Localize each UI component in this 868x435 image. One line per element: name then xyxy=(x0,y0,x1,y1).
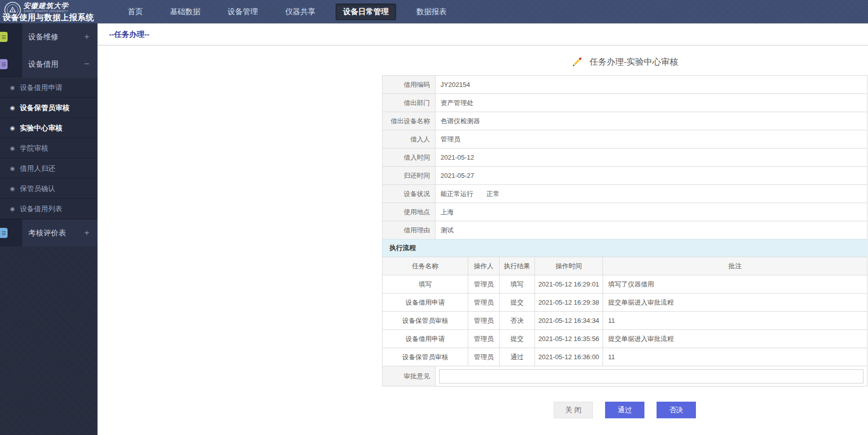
col-header-time: 操作时间 xyxy=(535,257,603,275)
sidebar-item-college-review[interactable]: ◉ 学院审核 xyxy=(0,138,97,159)
process-table-header-row: 任务名称 操作人 执行结果 操作时间 批注 xyxy=(383,257,867,275)
radio-bullet-icon: ◉ xyxy=(10,206,15,212)
table-row: 设备保管员审核 管理员 否决 2021-05-12 16:34:34 11 xyxy=(383,312,867,330)
sidebar-group-equipment-borrow[interactable]: ☰ 设备借用 − xyxy=(0,51,97,78)
field-value-return-date: 2021-05-27 xyxy=(436,167,867,185)
field-value-borrower: 管理员 xyxy=(436,130,867,149)
reject-button[interactable]: 否决 xyxy=(657,402,696,418)
close-button[interactable]: 关 闭 xyxy=(554,402,593,418)
plus-icon[interactable]: + xyxy=(84,23,89,51)
sidebar: ☰ 设备维修 + ☰ 设备借用 − ◉ 设备借用申请 ◉ 设备保管员审核 ◉ 实… xyxy=(0,23,97,435)
borrow-info-table: 借用编码JY202154 借出部门资产管理处 借出设备名称色谱仪检测器 借入人管… xyxy=(382,75,867,239)
sidebar-item-borrow-apply[interactable]: ◉ 设备借用申请 xyxy=(0,78,97,98)
table-row: 借出设备名称色谱仪检测器 xyxy=(383,112,867,130)
app-window: 安徽建筑大学 ANHUI JIANZHU UNIVERSITY 设备使用与数据上… xyxy=(0,0,868,435)
approval-opinion-label: 审批意见 xyxy=(383,366,436,386)
nav-item-data-reports[interactable]: 数据报表 xyxy=(409,4,454,20)
table-row: 设备借用申请 管理员 提交 2021-05-12 16:35:56 提交单据进入… xyxy=(383,330,867,348)
field-value-equipment-status: 能正常运行 正常 xyxy=(436,185,867,203)
field-value-borrow-code: JY202154 xyxy=(436,76,867,94)
approval-opinion-row: 审批意见 xyxy=(382,366,867,386)
radio-bullet-icon: ◉ xyxy=(10,186,15,191)
plus-icon[interactable]: + xyxy=(84,219,89,247)
radio-bullet-icon: ◉ xyxy=(10,105,15,111)
breadcrumb-bar: --任务办理-- xyxy=(98,24,868,45)
system-title: 设备使用与数据上报系统 xyxy=(3,13,94,23)
pencil-icon xyxy=(571,56,583,68)
main-content: --任务办理-- 任务办理-实验中心审核 借用编码JY202154 借出部门资产… xyxy=(97,23,868,435)
action-buttons: 关 闭 通过 否决 xyxy=(382,402,867,418)
task-form: 任务办理-实验中心审核 借用编码JY202154 借出部门资产管理处 借出设备名… xyxy=(382,56,867,418)
field-value-equipment-name: 色谱仪检测器 xyxy=(436,112,867,130)
table-row: 借入人管理员 xyxy=(383,130,867,149)
radio-bullet-icon: ◉ xyxy=(10,85,15,90)
sidebar-group-label: 考核评价表 xyxy=(28,219,66,247)
sidebar-item-lab-center-review[interactable]: ◉ 实验中心审核 xyxy=(0,118,97,138)
table-row: 设备保管员审核 管理员 通过 2021-05-12 16:36:00 11 xyxy=(383,348,867,366)
sidebar-group-assessment[interactable]: ☰ 考核评价表 + xyxy=(0,219,97,247)
radio-bullet-icon: ◉ xyxy=(10,125,15,131)
brand-logo: 安徽建筑大学 ANHUI JIANZHU UNIVERSITY 设备使用与数据上… xyxy=(0,0,97,23)
nav-item-instrument-sharing[interactable]: 仪器共享 xyxy=(278,4,322,20)
sidebar-group-label: 设备维修 xyxy=(28,23,59,51)
table-row: 借用理由测试 xyxy=(383,221,867,239)
minus-icon[interactable]: − xyxy=(84,51,89,78)
main-nav: 首页 基础数据 设备管理 仪器共享 设备日常管理 数据报表 xyxy=(121,4,454,20)
process-table: 任务名称 操作人 执行结果 操作时间 批注 填写 管理员 填写 2021-05-… xyxy=(382,257,867,366)
approval-opinion-input[interactable] xyxy=(439,369,863,383)
table-row: 借用编码JY202154 xyxy=(383,76,867,94)
field-value-borrow-date: 2021-05-12 xyxy=(436,149,867,167)
table-row: 借出部门资产管理处 xyxy=(383,94,867,112)
nav-item-basic-data[interactable]: 基础数据 xyxy=(163,4,207,20)
table-row: 使用地点上海 xyxy=(383,203,867,221)
table-row: 填写 管理员 填写 2021-05-12 16:29:01 填写了仪器借用 xyxy=(383,275,867,294)
nav-item-home[interactable]: 首页 xyxy=(121,4,150,20)
process-section-header: 执行流程 xyxy=(382,239,867,257)
radio-bullet-icon: ◉ xyxy=(10,146,15,151)
sidebar-item-custodian-confirm[interactable]: ◉ 保管员确认 xyxy=(0,179,97,199)
sidebar-group-label: 设备借用 xyxy=(28,51,59,78)
radio-bullet-icon: ◉ xyxy=(10,166,15,171)
menu-icon: ☰ xyxy=(0,228,8,238)
sidebar-item-custodian-review[interactable]: ◉ 设备保管员审核 xyxy=(0,98,97,118)
col-header-note: 批注 xyxy=(603,257,867,275)
breadcrumb: --任务办理-- xyxy=(109,30,149,39)
form-title: 任务办理-实验中心审核 xyxy=(589,56,678,68)
col-header-result: 执行结果 xyxy=(500,257,535,275)
nav-item-equipment-mgmt[interactable]: 设备管理 xyxy=(221,4,265,20)
menu-icon: ☰ xyxy=(0,32,8,42)
col-header-task: 任务名称 xyxy=(383,257,468,275)
field-value-borrow-reason: 测试 xyxy=(436,221,867,239)
table-row: 设备状况能正常运行 正常 xyxy=(383,185,867,203)
table-row: 归还时间2021-05-27 xyxy=(383,167,867,185)
sidebar-item-borrower-return[interactable]: ◉ 借用人归还 xyxy=(0,159,97,179)
menu-icon: ☰ xyxy=(0,59,8,69)
table-row: 设备借用申请 管理员 提交 2021-05-12 16:29:38 提交单据进入… xyxy=(383,294,867,312)
sidebar-item-borrow-list[interactable]: ◉ 设备借用列表 xyxy=(0,199,97,219)
nav-item-daily-mgmt[interactable]: 设备日常管理 xyxy=(336,4,396,20)
field-value-usage-location: 上海 xyxy=(436,203,867,221)
top-navbar: 安徽建筑大学 ANHUI JIANZHU UNIVERSITY 设备使用与数据上… xyxy=(0,0,868,23)
form-title-row: 任务办理-实验中心审核 xyxy=(382,56,867,68)
sidebar-submenu-borrow: ◉ 设备借用申请 ◉ 设备保管员审核 ◉ 实验中心审核 ◉ 学院审核 ◉ 借用人… xyxy=(0,78,97,219)
approve-button[interactable]: 通过 xyxy=(605,402,644,418)
field-value-lending-dept: 资产管理处 xyxy=(436,94,867,112)
table-row: 借入时间2021-05-12 xyxy=(383,149,867,167)
col-header-operator: 操作人 xyxy=(468,257,500,275)
sidebar-group-equipment-repair[interactable]: ☰ 设备维修 + xyxy=(0,23,97,51)
